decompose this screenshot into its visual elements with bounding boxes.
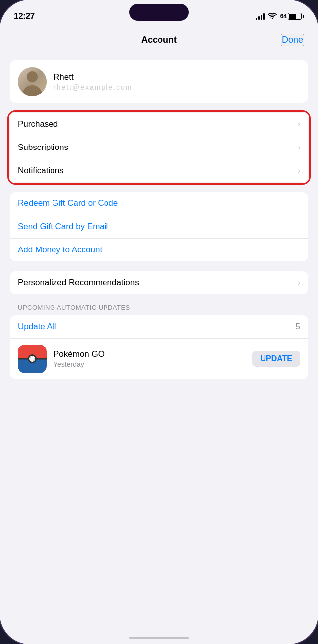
account-nav-list: Purchased › Subscriptions › Notification… [10,113,308,182]
update-all-label: Update All [18,322,56,332]
updates-list: Update All 5 Pokémon GO Yesterday UPD [10,315,308,379]
gift-actions-list: Redeem Gift Card or Code Send Gift Card … [10,192,308,261]
main-content: Rhett rhett@example.com Purchased › Subs… [0,52,318,644]
page-title: Account [141,35,177,45]
pokemon-go-row[interactable]: Pokémon GO Yesterday UPDATE [10,339,308,379]
personalized-recommendations-item[interactable]: Personalized Recommendations › [10,271,308,294]
profile-name: Rhett [53,72,300,82]
phone-frame: 12:27 64 [0,0,318,644]
profile-email: rhett@example.com [53,83,300,91]
signal-bar-2 [258,16,260,20]
account-nav-group: Purchased › Subscriptions › Notification… [10,113,308,182]
subscriptions-label: Subscriptions [18,143,68,152]
battery-tip [303,15,304,18]
update-all-row[interactable]: Update All 5 [10,315,308,339]
home-indicator [129,637,189,639]
status-time: 12:27 [14,11,35,21]
recommendations-list: Personalized Recommendations › [10,271,308,294]
purchased-item[interactable]: Purchased › [10,113,308,136]
phone-screen: 12:27 64 [0,0,318,644]
battery-fill [289,14,296,19]
profile-card[interactable]: Rhett rhett@example.com [10,60,308,103]
upcoming-updates-header: UPCOMING AUTOMATIC UPDATES [10,304,308,315]
pokemon-go-subtitle: Yesterday [53,360,245,368]
avatar-image [18,67,47,96]
pokemon-go-update-button[interactable]: UPDATE [252,351,300,367]
signal-bar-3 [261,15,262,20]
redeem-gift-card-label: Redeem Gift Card or Code [18,198,118,208]
done-button[interactable]: Done [281,34,304,46]
recommendations-chevron-icon: › [298,278,300,287]
battery-icon: 64 [280,13,304,20]
subscriptions-item[interactable]: Subscriptions › [10,136,308,159]
pokemon-go-info: Pokémon GO Yesterday [53,349,245,368]
signal-bar-1 [256,18,257,20]
purchased-label: Purchased [18,119,58,129]
add-money-label: Add Money to Account [18,245,102,255]
notifications-label: Notifications [18,166,64,176]
signal-bars-icon [256,13,265,20]
pokemon-go-name: Pokémon GO [53,349,245,359]
personalized-recommendations-label: Personalized Recommendations [18,278,139,288]
camera-notch [129,4,189,21]
subscriptions-chevron-icon: › [298,143,300,152]
status-icons: 64 [256,13,304,20]
send-gift-card-label: Send Gift Card by Email [18,222,108,232]
pokeball-image [18,345,47,373]
purchased-chevron-icon: › [298,120,300,129]
pokeball-center [28,354,37,363]
redeem-gift-card-item[interactable]: Redeem Gift Card or Code [10,192,308,215]
send-gift-card-item[interactable]: Send Gift Card by Email [10,215,308,239]
avatar [18,67,47,96]
profile-info: Rhett rhett@example.com [53,72,300,91]
battery-body [288,13,302,20]
signal-bar-4 [263,13,265,20]
update-count: 5 [296,322,300,332]
battery-percent: 64 [280,13,287,20]
notifications-item[interactable]: Notifications › [10,159,308,182]
notifications-chevron-icon: › [298,166,300,175]
pokemon-go-icon [18,345,47,373]
nav-bar: Account Done [0,27,318,52]
add-money-item[interactable]: Add Money to Account [10,239,308,261]
wifi-icon [268,13,277,20]
